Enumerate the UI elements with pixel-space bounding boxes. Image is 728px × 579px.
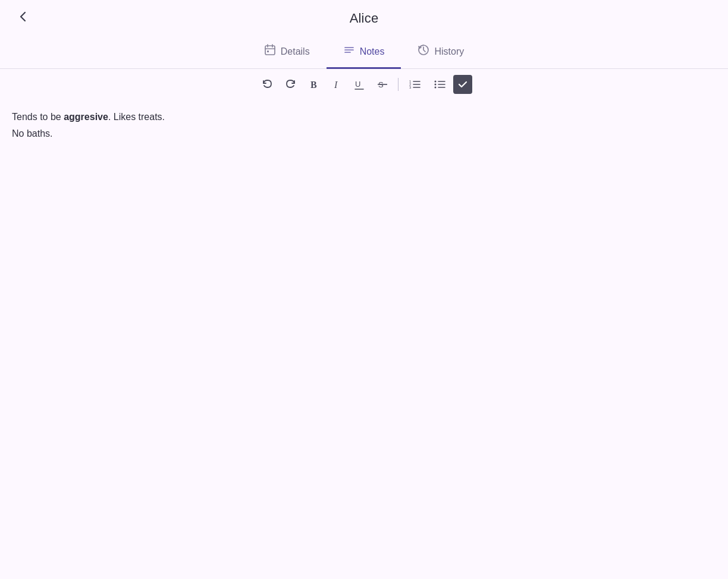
svg-point-26 [434,87,436,89]
ordered-list-button[interactable]: 1 2 3 [403,75,426,94]
tab-notes-label: Notes [360,46,385,57]
tab-notes[interactable]: Notes [327,37,401,69]
tab-history[interactable]: History [401,37,481,69]
bold-button[interactable]: B [304,75,324,94]
redo-button[interactable] [280,75,302,94]
undo-button[interactable] [256,75,278,94]
page-title: Alice [350,11,379,26]
header: Alice [0,0,728,37]
tab-bar: Details Notes History [0,37,728,69]
tab-history-label: History [434,46,464,57]
content-suffix: . Likes treats. [108,112,165,122]
calendar-icon [264,44,276,59]
svg-rect-0 [265,46,275,55]
svg-point-25 [434,84,436,86]
content-line-2: No baths. [12,126,716,141]
tab-details[interactable]: Details [247,37,327,69]
strikethrough-button[interactable]: S [372,75,393,94]
svg-point-24 [434,81,436,83]
content-line2-text: No baths. [12,128,52,139]
toolbar-divider [398,78,398,91]
editor-toolbar: B I U S 1 2 3 [0,69,728,100]
unordered-list-button[interactable] [428,75,451,94]
content-line-1: Tends to be aggresive. Likes treats. [12,109,716,125]
content-prefix: Tends to be [12,112,64,122]
content-bold: aggresive [64,112,108,122]
underline-button[interactable]: U [349,75,369,94]
italic-button[interactable]: I [327,75,347,94]
svg-text:3: 3 [409,86,412,89]
history-icon [418,44,429,59]
checkbox-button[interactable] [453,75,472,94]
notes-icon [343,44,355,59]
svg-text:U: U [355,80,360,89]
notes-content[interactable]: Tends to be aggresive. Likes treats. No … [0,100,728,152]
svg-rect-4 [267,51,269,52]
svg-text:B: B [310,80,317,90]
back-button[interactable] [12,8,34,29]
svg-text:I: I [334,80,338,90]
tab-details-label: Details [281,46,310,57]
